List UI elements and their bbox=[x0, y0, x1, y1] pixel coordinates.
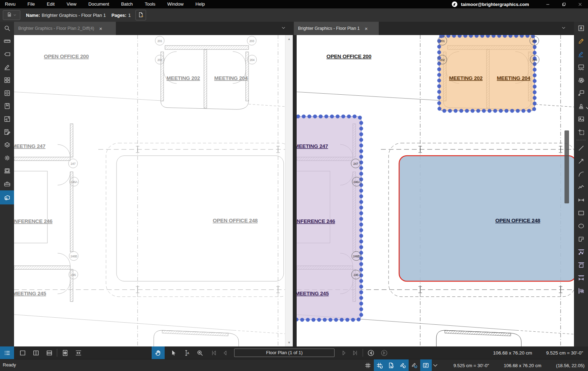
menu-edit[interactable]: Edit bbox=[41, 0, 60, 8]
restore-icon[interactable] bbox=[556, 0, 572, 8]
svg-text:CONFERENCE 246: CONFERENCE 246 bbox=[297, 218, 335, 224]
drawer-icon[interactable] bbox=[0, 87, 14, 100]
svg-text:246A: 246A bbox=[353, 180, 360, 184]
statusbar-dimensions: 106.68 x 76.20 cm bbox=[504, 363, 541, 368]
snap-to-markup-toggle[interactable] bbox=[397, 359, 409, 371]
toolbox-icon[interactable] bbox=[0, 177, 14, 190]
page-field[interactable]: Floor Plan (1 of 1) bbox=[234, 349, 335, 357]
pen-icon[interactable] bbox=[574, 35, 588, 48]
menu-revu[interactable]: Revu bbox=[0, 0, 21, 8]
penline-icon[interactable] bbox=[574, 48, 588, 61]
svg-text:MEETING 245: MEETING 245 bbox=[297, 290, 329, 296]
image-icon[interactable] bbox=[574, 113, 588, 126]
markup-list-toggle[interactable] bbox=[0, 346, 14, 359]
thumbnails-icon[interactable] bbox=[0, 74, 14, 87]
next-view-button[interactable] bbox=[378, 347, 390, 358]
tab-label: Brighter Graphics - Floor Plan 1 bbox=[298, 26, 360, 31]
polyline-icon[interactable] bbox=[574, 181, 588, 194]
last-page-button[interactable] bbox=[349, 347, 361, 358]
menu-document[interactable]: Document bbox=[82, 0, 115, 8]
grid-toggle[interactable] bbox=[362, 359, 374, 371]
ellipse-icon[interactable] bbox=[574, 220, 588, 232]
title-bar: RevuFileEditViewDocumentBatchToolsWindow… bbox=[0, 0, 588, 8]
rectangle-icon[interactable] bbox=[574, 207, 588, 220]
summary-icon[interactable] bbox=[0, 126, 14, 139]
menu-help[interactable]: Help bbox=[190, 0, 211, 8]
ruler-icon[interactable] bbox=[0, 35, 14, 48]
document-selector[interactable] bbox=[3, 10, 20, 20]
single-pane-icon[interactable] bbox=[17, 347, 28, 358]
left-plan-canvas[interactable]: 201202203204247246A246B245OPEN OFFICE 20… bbox=[14, 35, 293, 346]
textbox-icon[interactable]: A bbox=[574, 22, 588, 35]
close-icon[interactable] bbox=[572, 0, 588, 8]
dimension-icon[interactable] bbox=[574, 194, 588, 207]
right-sidebar: A bbox=[574, 22, 588, 346]
previous-view-button[interactable] bbox=[365, 347, 376, 358]
menu-batch[interactable]: Batch bbox=[115, 0, 139, 8]
bookmark-icon[interactable] bbox=[0, 100, 14, 113]
minimize-icon[interactable] bbox=[540, 0, 556, 8]
sync-chevron-icon[interactable] bbox=[432, 359, 439, 371]
layers-icon[interactable] bbox=[0, 139, 14, 151]
tab-close-icon[interactable]: × bbox=[365, 26, 368, 31]
arc-icon[interactable] bbox=[574, 168, 588, 181]
scroll-up-icon[interactable]: ▲ bbox=[288, 35, 291, 43]
select-tool[interactable] bbox=[167, 347, 179, 358]
account-area[interactable]: taimoor@brightergraphics.com bbox=[451, 1, 529, 7]
tab-floor-plan-2-diff[interactable]: Brighter Graphics - Floor Plan 2_Diff(4)… bbox=[14, 22, 116, 35]
right-panel-scroll-thumb[interactable] bbox=[564, 130, 569, 203]
plan-icon[interactable] bbox=[0, 113, 14, 126]
gear-icon[interactable] bbox=[0, 151, 14, 164]
snap-to-content-toggle[interactable] bbox=[385, 359, 397, 371]
menu-view[interactable]: View bbox=[61, 0, 82, 8]
previous-page-button[interactable] bbox=[219, 347, 231, 358]
menu-file[interactable]: File bbox=[21, 0, 41, 8]
library-icon[interactable] bbox=[0, 164, 14, 177]
measure-polyline-icon[interactable] bbox=[574, 245, 588, 258]
measure-area-icon[interactable] bbox=[574, 258, 588, 271]
pan-hand-tool[interactable] bbox=[152, 346, 165, 359]
svg-text:202: 202 bbox=[157, 58, 162, 62]
new-document-button[interactable] bbox=[136, 10, 146, 20]
menu-tools[interactable]: Tools bbox=[139, 0, 161, 8]
first-page-button[interactable] bbox=[208, 347, 219, 358]
tag-icon[interactable] bbox=[0, 48, 14, 61]
tab-floor-plan-1[interactable]: Brighter Graphics - Floor Plan 1 × bbox=[294, 22, 379, 35]
menu-window[interactable]: Window bbox=[161, 0, 190, 8]
snapshot-icon[interactable] bbox=[574, 126, 588, 139]
squiggly-icon[interactable] bbox=[574, 61, 588, 74]
snap-hint-toggle[interactable] bbox=[409, 359, 420, 371]
fit-page-icon[interactable] bbox=[59, 347, 71, 358]
snap-to-grid-toggle[interactable] bbox=[374, 359, 385, 371]
select-text-tool[interactable]: A bbox=[181, 347, 192, 358]
search-icon[interactable] bbox=[0, 22, 14, 35]
tab-list-chevron-icon[interactable] bbox=[281, 25, 287, 32]
svg-text:203: 203 bbox=[249, 39, 254, 43]
arrow-icon[interactable] bbox=[574, 155, 588, 168]
tab-list-chevron-icon[interactable] bbox=[561, 25, 567, 32]
polygon-icon[interactable] bbox=[574, 232, 588, 245]
right-plan-canvas[interactable]: 201202203204247246A246B245OPEN OFFICE 20… bbox=[297, 35, 574, 346]
cloud-icon[interactable] bbox=[574, 74, 588, 87]
svg-text:201: 201 bbox=[157, 39, 162, 43]
measure-length-icon[interactable] bbox=[574, 271, 588, 284]
measure-count-icon[interactable] bbox=[574, 284, 588, 297]
zoom-tool[interactable] bbox=[194, 347, 205, 358]
line-icon[interactable] bbox=[574, 142, 588, 155]
toolbar-divider bbox=[576, 140, 586, 140]
scroll-down-icon[interactable]: ▼ bbox=[288, 339, 291, 346]
split-horizontal-icon[interactable] bbox=[44, 347, 55, 358]
svg-text:OPEN OFFICE 248: OPEN OFFICE 248 bbox=[495, 217, 540, 223]
next-page-button[interactable] bbox=[338, 347, 349, 358]
spaces3d-icon[interactable] bbox=[0, 190, 14, 204]
left-panel-scrollbar[interactable]: ▲ ▼ bbox=[285, 35, 293, 346]
signature-icon[interactable] bbox=[0, 61, 14, 74]
stamp-icon[interactable] bbox=[574, 100, 588, 113]
fit-width-icon[interactable] bbox=[73, 347, 84, 358]
svg-text:A: A bbox=[580, 26, 582, 30]
svg-text:OPEN OFFICE 200: OPEN OFFICE 200 bbox=[326, 53, 371, 59]
callout-icon[interactable] bbox=[574, 87, 588, 100]
tab-close-icon[interactable]: × bbox=[99, 26, 103, 31]
sync-views-toggle[interactable] bbox=[420, 359, 432, 371]
split-vertical-icon[interactable] bbox=[30, 347, 41, 358]
